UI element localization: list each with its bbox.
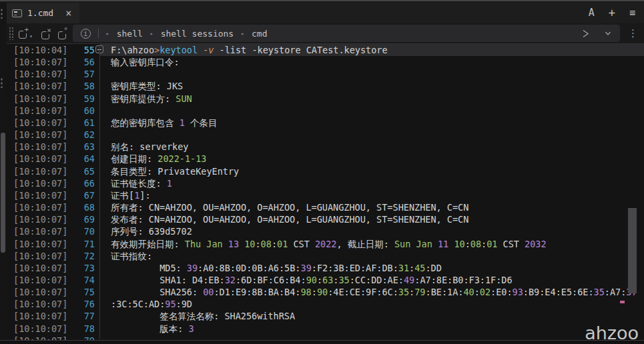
line-number: 65: [68, 165, 95, 177]
tab-label: 1.cmd: [27, 8, 53, 18]
terminal-line-text: 别名: serverkey: [111, 141, 644, 153]
more-options-icon[interactable]: ⋮: [627, 27, 644, 39]
fold-column: [95, 189, 111, 201]
info-icon[interactable]: i: [81, 29, 91, 39]
terminal-line-text: 所有者: CN=AHZOO, OU=AHZOO, O=AHZOO, L=GUAN…: [111, 201, 644, 213]
fold-column: [95, 93, 111, 105]
terminal-row: [10:10:07]61您的密钥库包含 1 个条目: [7, 117, 644, 129]
panel-grip-icon: [1, 77, 3, 88]
run-chevron-right-icon[interactable]: [581, 29, 591, 39]
line-number: 57: [68, 68, 95, 80]
fold-column: [95, 262, 111, 274]
terminal-line-text: [111, 105, 644, 117]
cmd-console-icon: [12, 9, 22, 17]
terminal-row: [10:10:07]57: [7, 68, 644, 80]
terminal-line-text: SHA1: D4:EB:32:6D:BF:C6:B4:90:63:35:CC:D…: [111, 274, 644, 286]
fold-column: [95, 323, 111, 335]
terminal-line-text: 证书[1]:: [111, 189, 644, 201]
line-number: 70: [68, 225, 95, 237]
terminal-output: [10:10:04]55F:\ahzoo>keytool -v -list -k…: [7, 43, 644, 344]
tab-close-icon[interactable]: ×: [65, 7, 71, 19]
terminal-line-text: 您的密钥库包含 1 个条目: [111, 117, 644, 129]
terminal-row: [10:10:07]68所有者: CN=AHZOO, OU=AHZOO, O=A…: [7, 201, 644, 213]
terminal-row: [10:10:07]76:3C:5C:AD:95:9D: [7, 298, 644, 310]
terminal-row: [10:10:07]60: [7, 105, 644, 117]
toolbar-icons: + ▾ × °: [19, 27, 66, 39]
terminal-line-text: [111, 68, 644, 80]
left-scrollbar-thumb[interactable]: [1, 133, 5, 253]
terminal-line-text: 条目类型: PrivateKeyEntry: [111, 165, 644, 177]
terminal-row: [10:10:07]75 SHA256: 00:D1:E9:8B:BA:B4:9…: [7, 286, 644, 298]
timestamp: [10:10:07]: [7, 165, 68, 177]
fold-column: [95, 153, 111, 165]
timestamp: [10:10:07]: [7, 93, 68, 105]
chevron-down-icon[interactable]: [604, 29, 612, 37]
line-number: 78: [68, 323, 95, 335]
terminal-line-text: 密钥库类型: JKS: [111, 80, 644, 92]
chevron-down-icon[interactable]: ▾: [29, 33, 33, 39]
window-bottom-edge: [0, 340, 644, 344]
main-column: 1.cmd × A + ≡ + ▾ × °: [7, 3, 644, 344]
fold-column: [95, 80, 111, 92]
line-number: 72: [68, 250, 95, 262]
terminal-row: [10:10:07]66证书链长度: 1: [7, 177, 644, 189]
timestamp: [10:10:07]: [7, 213, 68, 225]
new-session-icon[interactable]: +: [609, 8, 615, 18]
terminal-row: [10:10:07]64创建日期: 2022-1-13: [7, 153, 644, 165]
terminal-line-text: 序列号: 639d5702: [111, 225, 644, 237]
reopen-tab-button[interactable]: °: [58, 28, 66, 39]
fold-column: [95, 201, 111, 213]
font-size-icon[interactable]: A: [589, 8, 595, 18]
timestamp: [10:10:07]: [7, 262, 68, 274]
timestamp: [10:10:07]: [7, 105, 68, 117]
terminal-row: [10:10:07]65条目类型: PrivateKeyEntry: [7, 165, 644, 177]
app-window: 1.cmd × A + ≡ + ▾ × °: [0, 0, 644, 344]
tab-1-cmd[interactable]: 1.cmd ×: [7, 3, 79, 23]
terminal-row: [10:10:07]58密钥库类型: JKS: [7, 80, 644, 92]
terminal-line-text: [111, 129, 644, 141]
terminal-row: [10:10:07]70序列号: 639d5702: [7, 225, 644, 237]
terminal-row: [10:10:07]56输入密钥库口令:: [7, 56, 644, 68]
fold-column: [95, 225, 111, 237]
line-number: 76: [68, 298, 95, 310]
breadcrumb-item-cmd[interactable]: cmd: [252, 29, 267, 39]
divider: [98, 29, 99, 38]
timestamp: [10:10:07]: [7, 238, 68, 250]
terminal-line-text: 证书指纹:: [111, 250, 644, 262]
fold-column: [95, 56, 111, 68]
line-number: 59: [68, 93, 95, 105]
fold-column: [95, 310, 111, 322]
line-number: 75: [68, 286, 95, 298]
fold-column: [95, 250, 111, 262]
new-tab-button[interactable]: + ▾: [19, 27, 33, 39]
line-number: 74: [68, 274, 95, 286]
timestamp: [10:10:07]: [7, 323, 68, 335]
timestamp: [10:10:07]: [7, 177, 68, 189]
fold-column: [95, 238, 111, 250]
line-number: 62: [68, 129, 95, 141]
toolbar-drag-handle-icon[interactable]: [9, 27, 14, 40]
line-number: 68: [68, 201, 95, 213]
reopen-tab-icon: °: [58, 31, 66, 39]
terminal-row: [10:10:07]67证书[1]:: [7, 189, 644, 201]
close-tab-button[interactable]: ×: [41, 28, 49, 39]
terminal-line-text: 证书链长度: 1: [111, 177, 644, 189]
timestamp: [10:10:07]: [7, 80, 68, 92]
main-menu-icon[interactable]: ≡: [629, 8, 635, 18]
fold-column: [95, 129, 111, 141]
breadcrumb-item-shell[interactable]: shell: [117, 29, 143, 39]
timestamp: [10:10:07]: [7, 225, 68, 237]
terminal-row: [10:10:07]77 签名算法名称: SHA256withRSA: [7, 310, 644, 322]
breadcrumb-arrow-icon: ▸: [106, 31, 109, 37]
tab-bar: 1.cmd × A + ≡: [7, 3, 644, 23]
terminal-line-text: 创建日期: 2022-1-13: [111, 153, 644, 165]
line-number: 60: [68, 105, 95, 117]
line-number: 69: [68, 213, 95, 225]
line-number: 66: [68, 177, 95, 189]
new-tab-icon: +: [19, 31, 27, 39]
fold-column: [95, 141, 111, 153]
timestamp: [10:10:07]: [7, 141, 68, 153]
scrollbar-thumb[interactable]: [628, 208, 637, 293]
line-number: 77: [68, 310, 95, 322]
breadcrumb-item-shell-sessions[interactable]: shell sessions: [161, 29, 234, 39]
